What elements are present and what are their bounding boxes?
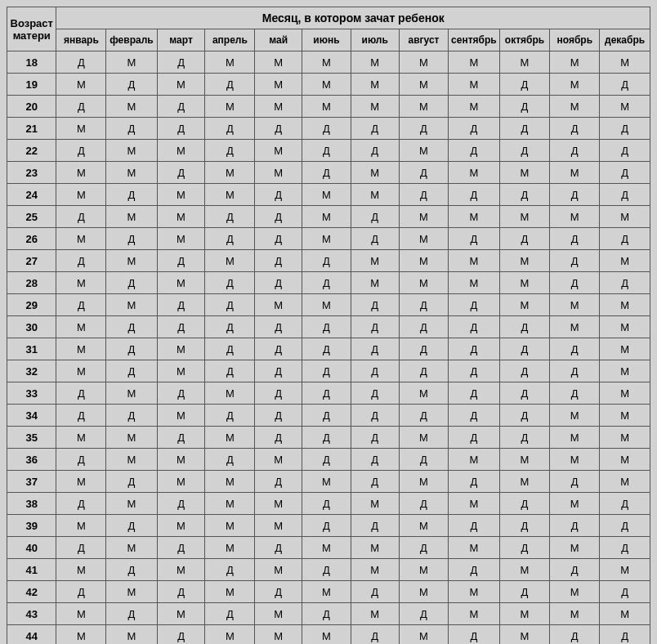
row-age: 19	[7, 74, 56, 96]
cell-value: Д	[106, 515, 157, 537]
cell-value: Д	[106, 316, 157, 338]
cell-value: М	[399, 581, 448, 603]
cell-value: М	[205, 493, 255, 515]
cell-value: М	[255, 493, 302, 515]
cell-value: Д	[302, 118, 351, 140]
cell-value: Д	[255, 405, 302, 427]
cell-value: Д	[449, 184, 500, 206]
cell-value: М	[205, 581, 255, 603]
cell-value: М	[106, 427, 157, 449]
table-row: 44ММДМММДМДМДД	[7, 625, 650, 645]
cell-value: Д	[157, 316, 205, 338]
cell-value: Д	[157, 625, 205, 645]
row-age: 29	[7, 294, 56, 316]
cell-value: Д	[205, 74, 255, 96]
cell-value: Д	[550, 625, 600, 645]
cell-value: М	[550, 74, 600, 96]
cell-value: М	[550, 581, 600, 603]
cell-value: М	[255, 74, 302, 96]
cell-value: М	[449, 272, 500, 294]
header-month: июнь	[302, 29, 351, 51]
cell-value: Д	[550, 184, 600, 206]
cell-value: М	[56, 74, 106, 96]
cell-value: М	[600, 316, 650, 338]
cell-value: Д	[600, 140, 650, 162]
cell-value: М	[106, 250, 157, 272]
cell-value: М	[302, 184, 351, 206]
table-row: 20ДМДММММММДММ	[7, 96, 650, 118]
cell-value: М	[157, 449, 205, 471]
cell-value: М	[550, 427, 600, 449]
cell-value: М	[600, 360, 650, 382]
header-month: январь	[56, 29, 106, 51]
cell-value: М	[351, 51, 399, 74]
table-row: 18ДМДМММММММММ	[7, 51, 650, 74]
cell-value: Д	[106, 559, 157, 581]
cell-value: М	[205, 471, 255, 493]
header-month: апрель	[205, 29, 255, 51]
cell-value: М	[399, 382, 448, 405]
header-month: август	[399, 29, 448, 51]
table-row: 34ДДМДДДДДДДММ	[7, 405, 650, 427]
cell-value: М	[600, 427, 650, 449]
cell-value: М	[550, 449, 600, 471]
cell-value: М	[550, 162, 600, 184]
cell-value: М	[600, 250, 650, 272]
cell-value: Д	[351, 515, 399, 537]
cell-value: М	[351, 537, 399, 559]
cell-value: Д	[449, 405, 500, 427]
cell-value: М	[499, 471, 550, 493]
table-row: 40ДМДМДММДМДМД	[7, 537, 650, 559]
row-age: 18	[7, 51, 56, 74]
cell-value: Д	[550, 382, 600, 405]
cell-value: М	[449, 537, 500, 559]
row-age: 40	[7, 537, 56, 559]
cell-value: Д	[56, 294, 106, 316]
row-age: 35	[7, 427, 56, 449]
row-age: 32	[7, 360, 56, 382]
cell-value: Д	[106, 360, 157, 382]
row-age: 41	[7, 559, 56, 581]
cell-value: М	[399, 96, 448, 118]
cell-value: М	[399, 228, 448, 250]
cell-value: М	[302, 294, 351, 316]
cell-value: Д	[550, 118, 600, 140]
cell-value: Д	[302, 316, 351, 338]
cell-value: Д	[205, 118, 255, 140]
cell-value: М	[255, 603, 302, 625]
cell-value: М	[449, 162, 500, 184]
cell-value: М	[449, 493, 500, 515]
cell-value: Д	[600, 228, 650, 250]
cell-value: Д	[499, 228, 550, 250]
cell-value: Д	[255, 250, 302, 272]
cell-value: Д	[205, 559, 255, 581]
cell-value: М	[550, 316, 600, 338]
cell-value: Д	[255, 382, 302, 405]
cell-value: М	[499, 603, 550, 625]
cell-value: М	[302, 537, 351, 559]
cell-value: М	[499, 272, 550, 294]
cell-value: М	[351, 559, 399, 581]
cell-value: М	[399, 427, 448, 449]
cell-value: Д	[449, 427, 500, 449]
table-row: 37МДММДМДМДМДМ	[7, 471, 650, 493]
cell-value: М	[550, 294, 600, 316]
cell-value: М	[550, 206, 600, 228]
cell-value: Д	[550, 140, 600, 162]
cell-value: Д	[351, 118, 399, 140]
cell-value: Д	[399, 162, 448, 184]
cell-value: Д	[255, 228, 302, 250]
cell-value: Д	[302, 515, 351, 537]
cell-value: Д	[399, 294, 448, 316]
cell-value: Д	[157, 118, 205, 140]
cell-value: Д	[106, 228, 157, 250]
cell-value: М	[449, 74, 500, 96]
cell-value: М	[351, 250, 399, 272]
cell-value: М	[399, 471, 448, 493]
cell-value: М	[499, 294, 550, 316]
table-row: 36ДММДМДДДММММ	[7, 449, 650, 471]
cell-value: М	[302, 74, 351, 96]
cell-value: Д	[106, 471, 157, 493]
cell-value: М	[600, 449, 650, 471]
cell-value: Д	[550, 338, 600, 360]
